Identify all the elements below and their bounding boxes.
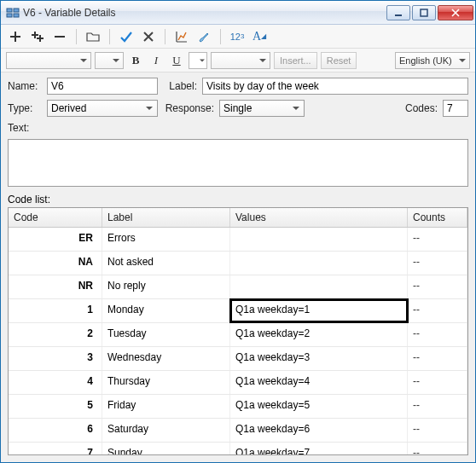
svg-rect-2	[7, 14, 12, 17]
cell-code[interactable]: 2	[9, 323, 102, 346]
cell-counts[interactable]: --	[408, 371, 467, 394]
bold-button[interactable]: B	[127, 52, 144, 69]
col-values[interactable]: Values	[230, 208, 408, 227]
cell-label[interactable]: Sunday	[102, 443, 230, 454]
cell-label[interactable]: Errors	[102, 228, 230, 251]
accept-button[interactable]	[117, 27, 136, 46]
svg-rect-3	[14, 14, 19, 17]
table-row[interactable]: 1MondayQ1a weekday=1--	[9, 299, 467, 323]
underline-button[interactable]: U	[168, 52, 185, 69]
label-label: Label:	[163, 80, 197, 92]
cell-code[interactable]: 1	[9, 299, 102, 322]
text-style-button[interactable]: A◢	[250, 27, 269, 46]
svg-rect-1	[14, 9, 19, 12]
cell-values[interactable]: Q1a weekday=1	[230, 299, 408, 322]
minimize-button[interactable]	[386, 5, 410, 20]
cell-code[interactable]: 3	[9, 347, 102, 370]
cell-counts[interactable]: --	[408, 275, 467, 298]
cell-counts[interactable]: --	[408, 323, 467, 346]
close-button[interactable]	[438, 5, 473, 20]
cell-counts[interactable]: --	[408, 443, 467, 454]
cell-counts[interactable]: --	[408, 228, 467, 251]
cancel-button[interactable]	[139, 27, 158, 46]
label-field[interactable]	[202, 78, 468, 95]
chart-edit-button[interactable]	[172, 27, 191, 46]
font-size-select[interactable]	[95, 52, 124, 69]
table-row[interactable]: ERErrors--	[9, 228, 467, 252]
table-row[interactable]: NRNo reply--	[9, 275, 467, 299]
cell-code[interactable]: 4	[9, 371, 102, 394]
table-row[interactable]: NANot asked--	[9, 252, 467, 275]
table-row[interactable]: 5FridayQ1a weekday=5--	[9, 395, 467, 419]
cell-values[interactable]: Q1a weekday=7	[230, 443, 408, 454]
cell-values[interactable]	[230, 252, 408, 275]
cell-code[interactable]: 6	[9, 419, 102, 442]
cell-counts[interactable]: --	[408, 299, 467, 322]
table-row[interactable]: 6SaturdayQ1a weekday=6--	[9, 419, 467, 443]
cell-values[interactable]: Q1a weekday=5	[230, 395, 408, 418]
table-row[interactable]: 7SundayQ1a weekday=7--	[9, 443, 467, 454]
cell-values[interactable]: Q1a weekday=2	[230, 323, 408, 346]
italic-button[interactable]: I	[148, 52, 165, 69]
cell-label[interactable]: Tuesday	[102, 323, 230, 346]
cell-values[interactable]	[230, 275, 408, 298]
col-code[interactable]: Code	[9, 208, 102, 227]
cell-counts[interactable]: --	[408, 347, 467, 370]
cell-code[interactable]: NA	[9, 252, 102, 275]
cell-values[interactable]	[230, 228, 408, 251]
cell-label[interactable]: Monday	[102, 299, 230, 322]
cell-code[interactable]: NR	[9, 275, 102, 298]
insert-button[interactable]: Insert...	[274, 52, 317, 69]
name-label: Name:	[8, 80, 42, 92]
font-family-select[interactable]	[6, 52, 91, 69]
cell-label[interactable]: No reply	[102, 275, 230, 298]
cell-counts[interactable]: --	[408, 252, 467, 275]
maximize-button[interactable]	[412, 5, 436, 20]
table-row[interactable]: 2TuesdayQ1a weekday=2--	[9, 323, 467, 347]
style-select[interactable]	[211, 52, 270, 69]
brush-button[interactable]	[194, 27, 213, 46]
grid-header: Code Label Values Counts	[9, 208, 467, 228]
svg-rect-4	[395, 14, 402, 16]
separator	[76, 29, 77, 44]
add-multi-button[interactable]	[28, 27, 47, 46]
format-toolbar: B I U Insert... Reset English (UK)	[1, 49, 475, 72]
variable-form: Name: Label: Type: Derived Response: Sin…	[1, 72, 475, 190]
response-select[interactable]: Single	[219, 100, 305, 117]
cell-code[interactable]: ER	[9, 228, 102, 251]
cell-label[interactable]: Wednesday	[102, 347, 230, 370]
renumber-button[interactable]: 123	[228, 27, 247, 46]
cell-label[interactable]: Thursday	[102, 371, 230, 394]
window: V6 - Variable Details	[0, 0, 476, 463]
codes-field[interactable]	[443, 100, 468, 117]
cell-label[interactable]: Not asked	[102, 252, 230, 275]
remove-button[interactable]	[50, 27, 69, 46]
cell-label[interactable]: Friday	[102, 395, 230, 418]
name-field[interactable]	[47, 78, 158, 95]
table-row[interactable]: 3WednesdayQ1a weekday=3--	[9, 347, 467, 371]
add-button[interactable]	[6, 27, 25, 46]
cell-values[interactable]: Q1a weekday=6	[230, 419, 408, 442]
app-icon	[6, 6, 20, 20]
cell-counts[interactable]: --	[408, 419, 467, 442]
cell-code[interactable]: 5	[9, 395, 102, 418]
open-folder-button[interactable]	[84, 27, 102, 46]
cell-counts[interactable]: --	[408, 395, 467, 418]
text-label: Text:	[8, 122, 42, 134]
cell-code[interactable]: 7	[9, 443, 102, 454]
language-select[interactable]: English (UK)	[395, 52, 470, 69]
codes-label: Codes:	[405, 102, 438, 114]
cell-label[interactable]: Saturday	[102, 419, 230, 442]
reset-button[interactable]: Reset	[321, 52, 357, 69]
text-field[interactable]	[8, 139, 468, 187]
separator	[165, 29, 165, 44]
col-counts[interactable]: Counts	[408, 208, 467, 227]
response-label: Response:	[163, 102, 214, 114]
separator	[220, 29, 221, 44]
cell-values[interactable]: Q1a weekday=4	[230, 371, 408, 394]
font-color-select[interactable]	[189, 52, 207, 69]
col-label[interactable]: Label	[102, 208, 230, 227]
type-select[interactable]: Derived	[47, 100, 158, 117]
cell-values[interactable]: Q1a weekday=3	[230, 347, 408, 370]
table-row[interactable]: 4ThursdayQ1a weekday=4--	[9, 371, 467, 395]
